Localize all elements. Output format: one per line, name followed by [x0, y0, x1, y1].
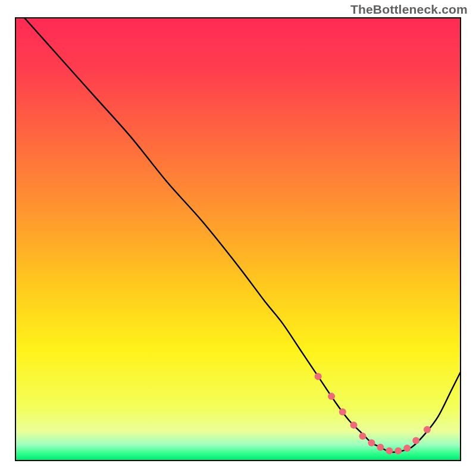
bottleneck-chart: [0, 0, 476, 476]
chart-stage: TheBottleneck.com: [0, 0, 476, 476]
optimal-range-marker: [377, 444, 384, 451]
optimal-range-marker: [368, 439, 375, 446]
optimal-range-marker: [412, 437, 419, 444]
optimal-range-marker: [328, 393, 335, 400]
optimal-range-marker: [350, 421, 357, 428]
optimal-range-marker: [394, 447, 402, 455]
optimal-range-marker: [424, 426, 431, 433]
optimal-range-marker: [403, 444, 411, 452]
optimal-range-marker: [359, 433, 366, 440]
optimal-range-marker: [315, 373, 322, 380]
optimal-range-marker: [339, 408, 346, 415]
gradient-background: [15, 18, 461, 461]
watermark-text: TheBottleneck.com: [350, 2, 468, 17]
optimal-range-marker: [386, 447, 393, 455]
